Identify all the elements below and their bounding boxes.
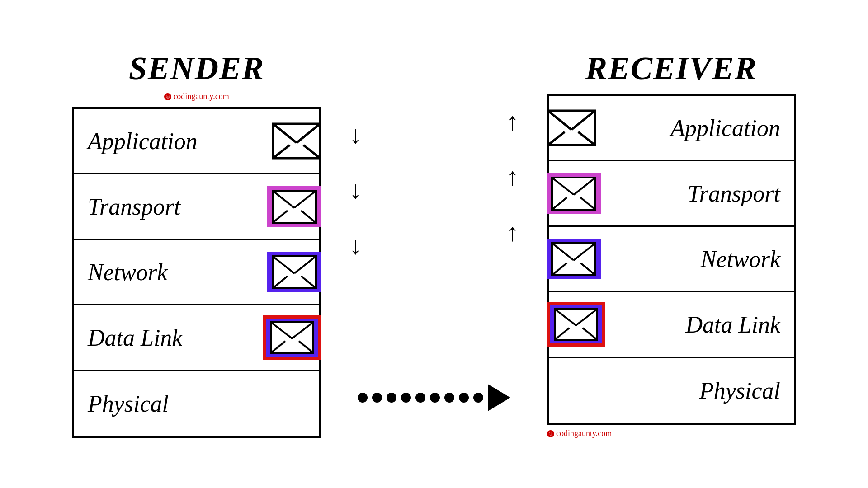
arrow-up-2: ↑ (506, 164, 519, 189)
arrow-right-head (488, 384, 510, 411)
sender-physical-label: Physical (74, 390, 319, 417)
receiver-datalink-row: Data Link (549, 292, 794, 358)
receiver-physical-label: Physical (549, 377, 794, 404)
dot-3 (387, 393, 396, 403)
sender-stack: Application Transport (72, 107, 321, 438)
arrow-down-3: ↓ (349, 233, 362, 258)
envelope-plain-svg (272, 122, 321, 160)
dot-4 (401, 393, 411, 403)
arrow-up-3: ↑ (506, 220, 519, 245)
dot-5 (415, 393, 425, 403)
receiver-transport-envelope (547, 173, 601, 214)
sender-datalink-row: Data Link (74, 305, 319, 371)
arrow-up-1: ↑ (506, 109, 519, 134)
receiver-watermark: © codingaunty.com (547, 429, 796, 438)
recv-envelope-red-svg (554, 308, 598, 341)
sender-title: SENDER (129, 50, 264, 87)
envelope-blue-svg (272, 255, 317, 289)
arrow-down-1: ↓ (349, 122, 362, 147)
recv-envelope-plain-svg (547, 109, 596, 146)
sender-datalink-envelope (263, 315, 321, 360)
sender-down-arrows: ↓ ↓ ↓ (349, 107, 362, 369)
dot-6 (430, 393, 440, 403)
diagram-container: SENDER © codingaunty.com ↓ ↓ ↓ Applicati… (50, 50, 818, 438)
receiver-network-row: Network (549, 227, 794, 292)
receiver-stack-wrapper: ↑ ↑ ↑ Application (547, 94, 796, 438)
sender-application-envelope (272, 122, 321, 160)
recv-envelope-purple-svg (551, 177, 596, 211)
sender-watermark: © codingaunty.com (164, 92, 229, 101)
dot-8 (459, 393, 469, 403)
sender-transport-row: Transport (74, 174, 319, 240)
recv-envelope-blue-svg (551, 242, 596, 276)
receiver-up-arrows: ↑ ↑ ↑ (506, 94, 519, 356)
recv-copyright-icon: © (547, 430, 554, 437)
receiver-side: RECEIVER ↑ ↑ ↑ Application (547, 50, 796, 438)
sender-network-envelope (267, 252, 321, 292)
copyright-icon: © (164, 93, 171, 100)
receiver-network-envelope (547, 239, 601, 279)
sender-side: SENDER © codingaunty.com ↓ ↓ ↓ Applicati… (72, 50, 321, 438)
receiver-application-envelope (547, 109, 596, 146)
sender-stack-wrapper: ↓ ↓ ↓ Application (72, 107, 321, 438)
sender-transport-envelope (267, 186, 321, 227)
receiver-application-row: Application (549, 96, 794, 161)
sender-network-row: Network (74, 240, 319, 305)
physical-dotted-arrow (321, 365, 547, 431)
receiver-transport-row: Transport (549, 161, 794, 227)
sender-application-row: Application (74, 109, 319, 174)
dot-2 (372, 393, 382, 403)
receiver-title: RECEIVER (585, 50, 757, 87)
dot-7 (444, 393, 454, 403)
receiver-stack: Application Transport (547, 94, 796, 425)
receiver-physical-row: Physical (549, 358, 794, 423)
receiver-datalink-envelope (547, 302, 605, 347)
envelope-red-svg (270, 321, 314, 354)
envelope-purple-svg (272, 190, 317, 224)
dot-9 (473, 393, 483, 403)
dotted-line (358, 384, 510, 411)
arrow-down-2: ↓ (349, 178, 362, 202)
sender-physical-row: Physical (74, 371, 319, 436)
dot-1 (358, 393, 368, 403)
